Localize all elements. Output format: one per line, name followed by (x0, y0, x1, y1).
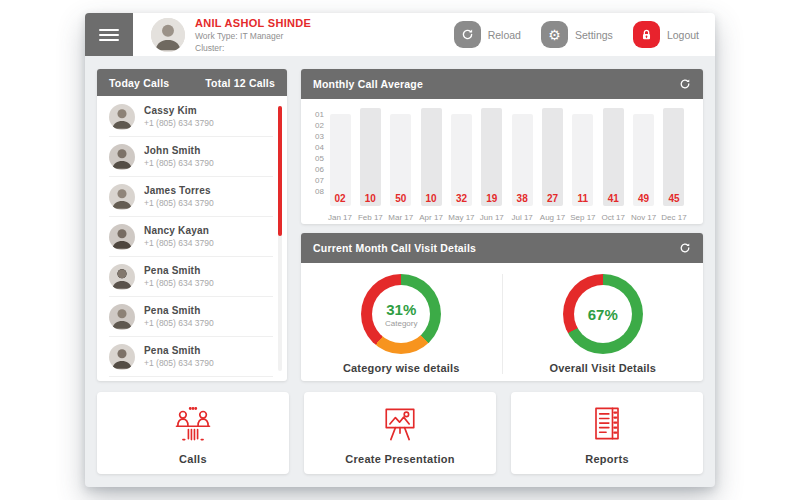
reports-card[interactable]: Reports (511, 392, 703, 474)
meeting-icon (171, 402, 215, 446)
bar-value: 50 (395, 193, 406, 204)
y-tick: 06 (309, 165, 324, 174)
visit-details-header: Current Month Call Visit Details (301, 233, 703, 263)
right-column: Monthly Call Average 01 02 03 (301, 69, 703, 381)
contact-avatar (109, 184, 135, 210)
contact-phone: +1 (805) 634 3790 (144, 198, 214, 208)
overall-donut-section: 67% Overall Visit Details (502, 274, 704, 374)
contact-phone: +1 (805) 634 3790 (144, 278, 214, 288)
bar-chart-bars: 02 Jan 17 10 Feb 17 50 Mar 17 (327, 108, 687, 222)
bar-month-label: Dec 17 (661, 213, 686, 222)
user-name: ANIL ASHOL SHINDE (195, 17, 311, 29)
contact-list-item[interactable]: Pena Smith +1 (805) 634 3790 (109, 257, 273, 297)
contact-phone: +1 (805) 634 3790 (144, 358, 214, 368)
bar-column: 10 Feb 17 (357, 108, 383, 222)
dashboard-body: Today Calls Total 12 Calls Cassy Kim +1 … (85, 56, 715, 474)
y-tick: 08 (309, 187, 324, 196)
contact-avatar (109, 304, 135, 330)
contact-phone: +1 (805) 634 3790 (144, 238, 214, 248)
bar-value: 41 (608, 193, 619, 204)
create-presentation-card[interactable]: Create Presentation (304, 392, 496, 474)
calls-card[interactable]: Calls (97, 392, 289, 474)
donut-sub-label: Category (385, 319, 417, 328)
bar-column: 49 Nov 17 (631, 108, 657, 222)
contact-name: Pena Smith (144, 345, 214, 356)
bar-month-label: Sep 17 (570, 213, 595, 222)
monthly-call-average-header: Monthly Call Average (301, 69, 703, 99)
contact-list: Cassy Kim +1 (805) 634 3790 John Smith +… (97, 96, 287, 381)
contact-avatar (109, 224, 135, 250)
bar-month-label: Oct 17 (601, 213, 625, 222)
category-donut-section: 31% Category Category wise details (301, 274, 502, 374)
bar-column: 41 Oct 17 (600, 108, 626, 222)
screen: ANIL ASHOL SHINDE Work Type: IT Manager … (0, 0, 800, 500)
contact-list-item[interactable]: Pena Smith +1 (805) 634 3790 (109, 337, 273, 377)
visit-details-body: 31% Category Category wise details 67% (301, 263, 703, 381)
bar-chart: 01 02 03 04 05 06 07 08 02 Ja (301, 99, 703, 224)
y-tick: 05 (309, 154, 324, 163)
bar-value: 32 (456, 193, 467, 204)
contact-list-item[interactable]: James Torres +1 (805) 634 3790 (109, 177, 273, 217)
today-calls-header: Today Calls Total 12 Calls (97, 69, 287, 96)
bar-chart-y-axis: 01 02 03 04 05 06 07 08 (309, 110, 327, 196)
reload-button[interactable]: Reload (454, 21, 521, 48)
user-avatar (151, 18, 185, 52)
contact-name: John Smith (144, 145, 214, 156)
lock-icon[interactable] (633, 21, 660, 48)
donut-percent: 67% (588, 306, 618, 323)
overall-donut-chart: 67% (563, 274, 643, 354)
logout-button[interactable]: Logout (633, 21, 699, 48)
contact-avatar (109, 344, 135, 370)
bar: 49 (633, 114, 654, 206)
hamburger-menu-button[interactable] (85, 13, 133, 56)
category-donut-caption: Category wise details (343, 362, 460, 374)
logout-label: Logout (667, 29, 699, 41)
bar-value: 11 (578, 193, 589, 204)
user-work-type: Work Type: IT Manager (195, 31, 311, 41)
scrollbar-thumb[interactable] (278, 106, 282, 236)
donut-percent: 31% (386, 301, 416, 318)
contact-list-scrollbar[interactable] (278, 106, 282, 371)
y-tick: 01 (309, 110, 324, 119)
bar-value: 38 (517, 193, 528, 204)
reports-icon (585, 402, 629, 446)
y-tick: 07 (309, 176, 324, 185)
bar-column: 11 Sep 17 (570, 108, 596, 222)
bar-column: 10 Apr 17 (418, 108, 444, 222)
bar-column: 19 Jun 17 (479, 108, 505, 222)
today-calls-panel: Today Calls Total 12 Calls Cassy Kim +1 … (97, 69, 287, 381)
contact-phone: +1 (805) 634 3790 (144, 118, 214, 128)
contact-list-item[interactable]: Cassy Kim +1 (805) 634 3790 (109, 97, 273, 137)
bar: 50 (390, 114, 411, 206)
today-calls-title: Today Calls (109, 77, 169, 89)
settings-button[interactable]: ⚙ Settings (541, 21, 613, 48)
contact-list-item[interactable]: Pena Smith +1 (805) 634 3790 (109, 297, 273, 337)
bar: 38 (512, 114, 533, 206)
user-profile: ANIL ASHOL SHINDE Work Type: IT Manager … (151, 17, 311, 53)
bar: 10 (421, 108, 442, 206)
reload-label: Reload (488, 29, 521, 41)
refresh-icon[interactable] (679, 242, 691, 254)
reload-icon[interactable] (454, 21, 481, 48)
bar-value: 02 (334, 193, 345, 204)
bar-value: 19 (486, 193, 497, 204)
bar-column: 50 Mar 17 (388, 108, 414, 222)
bar: 19 (481, 108, 502, 206)
contact-avatar (109, 104, 135, 130)
contact-list-item[interactable]: Nancy Kayan +1 (805) 634 3790 (109, 217, 273, 257)
bar-column: 45 Dec 17 (661, 108, 687, 222)
contact-name: Pena Smith (144, 305, 214, 316)
reports-card-label: Reports (585, 453, 629, 465)
calls-card-label: Calls (179, 453, 207, 465)
gear-icon[interactable]: ⚙ (541, 21, 568, 48)
contact-name: Nancy Kayan (144, 225, 214, 236)
bar-month-label: Feb 17 (358, 213, 383, 222)
contact-list-item[interactable]: John Smith +1 (805) 634 3790 (109, 137, 273, 177)
overall-donut-caption: Overall Visit Details (549, 362, 656, 374)
refresh-icon[interactable] (679, 78, 691, 90)
category-donut-chart: 31% Category (361, 274, 441, 354)
y-tick: 04 (309, 143, 324, 152)
contact-phone: +1 (805) 634 3790 (144, 158, 214, 168)
user-text-block: ANIL ASHOL SHINDE Work Type: IT Manager … (195, 17, 311, 53)
y-tick: 02 (309, 121, 324, 130)
